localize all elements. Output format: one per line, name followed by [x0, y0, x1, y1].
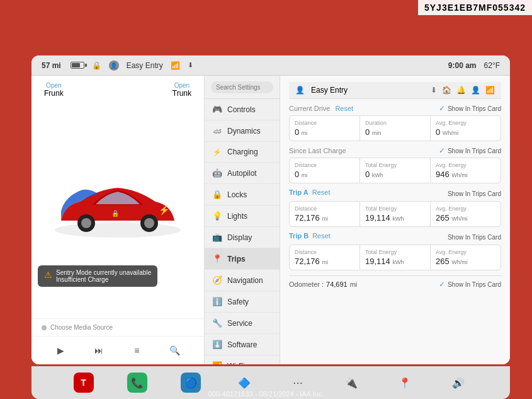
since-last-charge-show-trips[interactable]: ✓ Show In Trips Card	[439, 146, 501, 155]
current-energy-value: 0 Wh/mi	[436, 127, 495, 137]
current-drive-title: Current Drive Reset ✓ Show In Trips Card	[289, 104, 501, 113]
nav-item-trips[interactable]: 📍 Trips	[205, 248, 280, 270]
search-input[interactable]	[211, 81, 273, 93]
trip-a-section: Trip A Reset Show In Trips Card Distance…	[289, 188, 501, 227]
svg-point-2	[81, 218, 91, 228]
nav-item-wifi[interactable]: 📶 Wi-Fi	[205, 356, 280, 364]
safety-icon: ℹ️	[212, 297, 222, 306]
since-energy-cell: Total Energy 0 kWh	[360, 158, 430, 183]
trips-panel: 👤 Easy Entry ⬇ 🏠 🔔 👤 📶 Current Drive Res…	[280, 76, 510, 364]
media-source[interactable]: Choose Media Source	[31, 318, 204, 336]
trip-b-avg-energy-value: 265 Wh/mi	[436, 257, 495, 266]
frunk-name: Frunk	[44, 89, 64, 98]
since-last-charge-section: Since Last Charge ✓ Show In Trips Card D…	[289, 146, 501, 183]
svg-point-4	[144, 218, 154, 228]
clock: 9:00 am	[448, 61, 477, 70]
odometer-label: Odometer :	[289, 280, 324, 288]
trip-b-avg-energy-cell: Avg. Energy 265 Wh/mi	[431, 245, 501, 270]
header-bell-icon[interactable]: 🔔	[456, 86, 466, 95]
nav-item-autopilot[interactable]: 🤖 Autopilot	[205, 163, 280, 184]
trip-b-show-trips[interactable]: Show In Trips Card	[448, 234, 501, 241]
display-icon: 📺	[212, 233, 222, 242]
nav-item-display[interactable]: 📺 Display	[205, 227, 280, 248]
media-controls: ▶ ⏭ ≡ 🔍	[31, 336, 204, 364]
nav-item-lights[interactable]: 💡 Lights	[205, 205, 280, 227]
play-button[interactable]: ▶	[52, 342, 69, 359]
current-distance-cell: Distance 0 mi	[290, 116, 359, 141]
since-distance-value: 0 mi	[295, 170, 354, 179]
odometer-value: 74,691	[326, 280, 348, 288]
nav-item-dynamics[interactable]: 🏎 Dynamics	[205, 120, 280, 142]
trip-b-stats: Distance 72,176 mi Total Energy 19,114 k…	[289, 245, 501, 270]
autopilot-icon: 🤖	[212, 168, 222, 178]
trip-b-avg-energy-label: Avg. Energy	[436, 249, 495, 255]
trip-a-reset[interactable]: Reset	[312, 188, 331, 196]
trip-a-show-trips[interactable]: Show In Trips Card	[448, 190, 501, 197]
trips-panel-header: 👤 Easy Entry ⬇ 🏠 🔔 👤 📶	[289, 82, 501, 99]
trip-b-energy-cell: Total Energy 19,114 kWh	[360, 245, 430, 270]
current-drive-show-trips[interactable]: ✓ Show In Trips Card	[439, 104, 501, 113]
software-icon: ⬇️	[212, 340, 222, 349]
nav-lights-label: Lights	[227, 212, 247, 221]
panel-easy-entry-label: Easy Entry	[311, 86, 348, 95]
current-duration-value: 0 min	[365, 127, 425, 137]
search-box[interactable]	[205, 76, 280, 99]
nav-dynamics-label: Dynamics	[227, 127, 261, 136]
header-signal-icon[interactable]: 📶	[485, 86, 495, 95]
current-drive-reset[interactable]: Reset	[335, 105, 353, 112]
current-drive-stats: Distance 0 mi Duration 0 min Avg. Energy	[289, 115, 501, 141]
header-download-icon[interactable]: ⬇	[431, 86, 437, 95]
battery-icon	[71, 62, 84, 69]
lights-icon: 💡	[212, 211, 222, 221]
nav-item-service[interactable]: 🔧 Service	[205, 313, 280, 334]
media-dot-icon	[42, 325, 47, 330]
warning-icon: ⚠	[44, 270, 52, 280]
search-button[interactable]: 🔍	[166, 342, 184, 359]
header-user-icon[interactable]: 👤	[471, 86, 480, 95]
charging-icon: ⚡	[212, 148, 222, 156]
since-avg-energy-label: Avg. Energy	[436, 162, 495, 168]
trip-b-label: Trip B	[289, 232, 308, 240]
media-source-label: Choose Media Source	[50, 324, 113, 331]
trip-b-reset[interactable]: Reset	[312, 232, 331, 240]
sentry-warning-text: Sentry Mode currently unavailable	[56, 269, 151, 276]
equalizer-button[interactable]: ≡	[128, 342, 145, 359]
next-button[interactable]: ⏭	[90, 342, 108, 359]
odo-check-icon: ✓	[439, 280, 445, 289]
car-door-labels: Open Frunk Open Trunk	[31, 76, 204, 98]
content-area: Open Frunk Open Trunk	[31, 76, 510, 364]
nav-item-locks[interactable]: 🔒 Locks	[205, 184, 280, 205]
since-avg-energy-cell: Avg. Energy 946 Wh/mi	[431, 158, 501, 183]
trip-a-show-label: Show In Trips Card	[448, 190, 501, 197]
trip-a-distance-cell: Distance 72,176 mi	[290, 202, 359, 226]
nav-display-label: Display	[227, 233, 252, 242]
nav-safety-label: Safety	[227, 298, 249, 306]
nav-item-controls[interactable]: 🎮 Controls	[205, 99, 280, 120]
nav-service-label: Service	[227, 319, 252, 328]
car-panel: Open Frunk Open Trunk	[31, 76, 205, 364]
trip-a-title: Trip A Reset Show In Trips Card	[289, 188, 501, 199]
nav-item-safety[interactable]: ℹ️ Safety	[205, 291, 280, 313]
since-show-trips-label: Show In Trips Card	[448, 147, 501, 154]
signal-icon: 📶	[171, 61, 180, 70]
trip-b-energy-label: Total Energy	[365, 249, 425, 255]
current-distance-label: Distance	[295, 120, 354, 126]
trip-a-avg-energy-cell: Avg. Energy 265 Wh/mi	[431, 202, 501, 226]
nav-item-charging[interactable]: ⚡ Charging	[205, 142, 280, 163]
profile-icon: 👤	[109, 61, 119, 71]
odometer-show-trips[interactable]: ✓ Show In Trips Card	[439, 280, 501, 289]
frunk-open-text: Open	[44, 82, 64, 89]
trip-b-distance-cell: Distance 72,176 mi	[290, 245, 359, 270]
sentry-warning: ⚠ Sentry Mode currently unavailable Insu…	[38, 265, 157, 287]
nav-panel: 🎮 Controls 🏎 Dynamics ⚡ Charging 🤖 Autop…	[205, 76, 280, 364]
check-icon: ✓	[439, 104, 445, 113]
nav-locks-label: Locks	[227, 190, 247, 199]
nav-item-navigation[interactable]: 🧭 Navigation	[205, 270, 280, 291]
trip-a-energy-label: Total Energy	[365, 205, 425, 212]
odometer-unit: mi	[350, 280, 358, 288]
dynamics-icon: 🏎	[212, 126, 222, 136]
header-home-icon[interactable]: 🏠	[442, 86, 451, 95]
nav-item-software[interactable]: ⬇️ Software	[205, 334, 280, 356]
trip-a-stats: Distance 72,176 mi Total Energy 19,114 k…	[289, 201, 501, 227]
since-distance-cell: Distance 0 mi	[290, 158, 359, 183]
